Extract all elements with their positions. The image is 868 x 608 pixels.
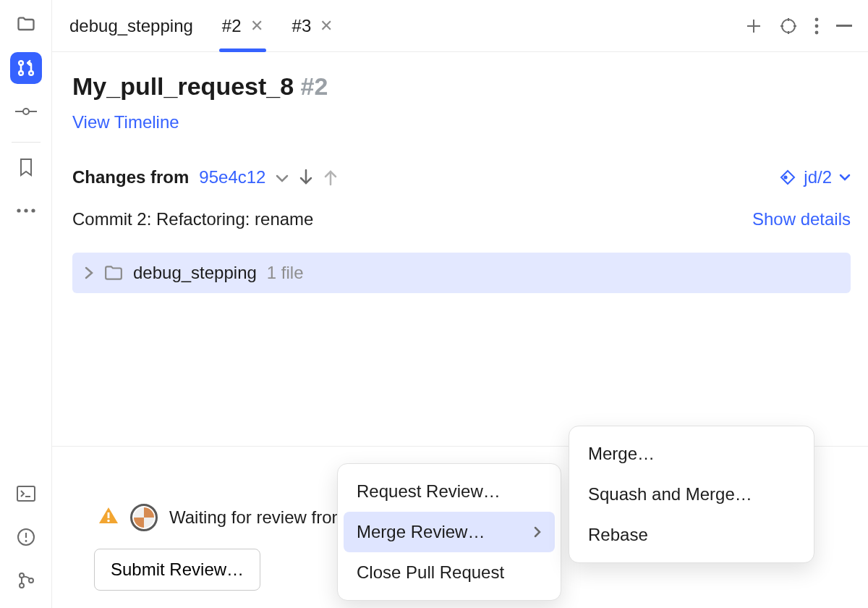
commit-line: Commit 2: Refactoring: rename Show detai… [72, 209, 851, 229]
svg-point-7 [24, 208, 27, 212]
target-icon[interactable] [780, 17, 797, 35]
svg-point-24 [815, 17, 819, 21]
branch-tag-text: jd/2 [804, 167, 832, 187]
commit-dropdown[interactable]: 95e4c12 [199, 167, 265, 187]
tab-bar: debug_stepping #2 ✕ #3 ✕ [52, 0, 868, 52]
project-icon[interactable] [10, 9, 42, 41]
submenu-squash[interactable]: Squash and Merge… [569, 474, 814, 515]
menu-request-review[interactable]: Request Review… [338, 471, 561, 512]
breadcrumb-tab[interactable]: debug_stepping [55, 0, 208, 51]
svg-rect-27 [836, 25, 852, 27]
changes-label: Changes from [72, 167, 189, 187]
show-details-link[interactable]: Show details [752, 209, 851, 229]
tab-label: #3 [292, 16, 312, 36]
branch-tag[interactable]: jd/2 [779, 167, 851, 187]
more-icon[interactable] [10, 195, 42, 227]
vcs-icon[interactable] [10, 565, 42, 596]
arrow-down-icon[interactable] [299, 169, 313, 186]
warning-icon [98, 506, 119, 529]
changes-from-row: Changes from 95e4c12 jd/2 [72, 167, 851, 187]
svg-point-30 [785, 176, 787, 178]
close-icon[interactable]: ✕ [320, 17, 333, 35]
commit-message: Commit 2: Refactoring: rename [72, 209, 313, 229]
add-icon[interactable] [745, 17, 762, 35]
pr-title-text: My_pull_request_8 [72, 72, 294, 100]
folder-icon [104, 265, 123, 281]
pull-requests-icon[interactable] [10, 52, 42, 84]
svg-point-8 [31, 208, 35, 212]
chevron-down-icon[interactable] [276, 167, 289, 187]
svg-point-26 [815, 30, 819, 34]
problems-icon[interactable] [10, 521, 42, 553]
view-timeline-link[interactable]: View Timeline [72, 112, 179, 132]
svg-point-25 [815, 24, 819, 28]
svg-point-3 [23, 109, 29, 114]
commits-icon[interactable] [10, 96, 42, 127]
close-icon[interactable]: ✕ [250, 17, 263, 35]
pr-content: My_pull_request_8 #2 View Timeline Chang… [52, 52, 868, 608]
svg-rect-31 [108, 512, 110, 518]
chevron-right-icon [533, 522, 542, 542]
file-count: 1 file [267, 263, 304, 283]
minimize-icon[interactable] [836, 25, 852, 28]
breadcrumb-text: debug_stepping [69, 16, 193, 36]
tab-label: #2 [222, 16, 242, 36]
svg-point-6 [17, 208, 20, 212]
svg-point-15 [20, 583, 24, 588]
chevron-right-icon [84, 266, 94, 279]
svg-point-13 [25, 540, 27, 542]
sidebar-divider [12, 142, 41, 143]
menu-merge-review[interactable]: Merge Review… [344, 512, 555, 552]
terminal-icon[interactable] [10, 478, 42, 510]
submenu-merge[interactable]: Merge… [569, 434, 814, 474]
submenu-rebase[interactable]: Rebase [569, 515, 814, 555]
tab-pr-3[interactable]: #3 ✕ [278, 0, 348, 51]
file-group-row[interactable]: debug_stepping 1 file [72, 253, 851, 293]
avatar [130, 504, 158, 531]
menu-close-pr[interactable]: Close Pull Request [338, 552, 561, 593]
kebab-icon[interactable] [814, 17, 819, 35]
svg-point-32 [107, 520, 109, 522]
arrow-up-icon[interactable] [323, 169, 338, 186]
left-toolbar [0, 0, 52, 608]
svg-point-19 [782, 20, 795, 33]
svg-point-14 [20, 573, 24, 578]
tab-pr-2[interactable]: #2 ✕ [208, 0, 278, 51]
svg-rect-9 [17, 486, 35, 501]
bookmark-icon[interactable] [10, 151, 42, 183]
merge-submenu: Merge… Squash and Merge… Rebase [569, 426, 814, 563]
folder-name: debug_stepping [133, 263, 257, 283]
review-actions-menu: Request Review… Merge Review… Close Pull… [337, 463, 561, 601]
submit-review-button[interactable]: Submit Review… [94, 549, 260, 591]
pr-title: My_pull_request_8 #2 [72, 72, 851, 101]
pr-number: #2 [301, 72, 328, 100]
